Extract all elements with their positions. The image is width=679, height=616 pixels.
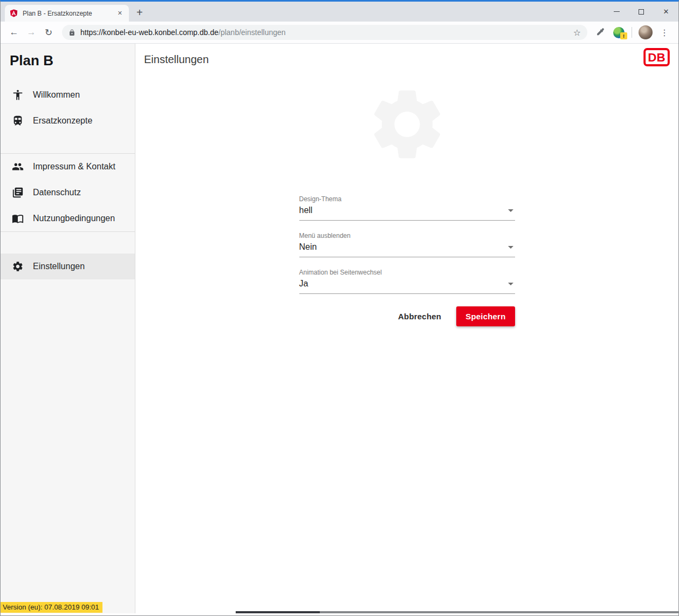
toolbar-divider xyxy=(632,27,632,38)
sidebar-item-label: Ersatzkonzepte xyxy=(33,116,92,126)
animation-seitenwechsel-select[interactable]: Ja xyxy=(299,279,515,294)
page-title: Einstellungen xyxy=(144,53,209,66)
tab-bar: Plan B - Ersatzkonzepte ✕ + ✕ xyxy=(1,2,678,22)
field-menue-ausblenden: Menü ausblenden Nein xyxy=(299,232,515,257)
minimize-button[interactable] xyxy=(604,2,629,22)
tab-title: Plan B - Ersatzkonzepte xyxy=(23,10,111,17)
settings-watermark-icon xyxy=(365,82,449,167)
main-content: Einstellungen DB Design-Thema hell Menü xyxy=(135,44,678,613)
menue-ausblenden-select[interactable]: Nein xyxy=(299,242,515,257)
sidebar-nav: Willkommen Ersatzkonzepte Impressum & Ko… xyxy=(1,82,135,279)
field-design-thema: Design-Thema hell xyxy=(299,195,515,221)
cancel-button[interactable]: Abbrechen xyxy=(398,312,441,321)
new-tab-button[interactable]: + xyxy=(136,7,143,18)
save-button[interactable]: Speichern xyxy=(456,306,515,326)
profile-avatar[interactable] xyxy=(639,25,653,39)
angular-favicon-icon xyxy=(9,9,18,18)
field-animation-seitenwechsel: Animation bei Seitenwechsel Ja xyxy=(299,269,515,294)
maximize-icon xyxy=(639,9,644,15)
extension-badge: ! xyxy=(620,32,627,39)
sidebar: Plan B Willkommen Ersatzkonzepte Impress… xyxy=(1,44,135,613)
chevron-down-icon xyxy=(508,246,513,249)
browser-tab[interactable]: Plan B - Ersatzkonzepte ✕ xyxy=(5,5,129,22)
sidebar-item-impressum[interactable]: Impressum & Kontakt xyxy=(1,154,135,180)
close-window-button[interactable]: ✕ xyxy=(654,2,678,22)
field-value: Nein xyxy=(299,242,317,252)
scrollbar-thumb[interactable] xyxy=(236,611,320,613)
sidebar-spacer xyxy=(1,232,135,254)
db-logo: DB xyxy=(643,48,670,66)
url-host: https://konbel-eu-web.konbel.comp.db.de xyxy=(80,28,218,37)
accessibility-icon xyxy=(12,89,24,101)
url-text: https://konbel-eu-web.konbel.comp.db.de/… xyxy=(80,28,286,37)
url-path: /planb/einstellungen xyxy=(218,28,286,37)
open-book-icon xyxy=(12,213,24,224)
sidebar-item-einstellungen[interactable]: Einstellungen xyxy=(1,254,135,279)
browser-toolbar: ← → ↻ https://konbel-eu-web.konbel.comp.… xyxy=(1,22,678,44)
sidebar-item-label: Nutzungbedingungen xyxy=(33,214,115,223)
library-books-icon xyxy=(12,187,24,199)
maximize-button[interactable] xyxy=(629,2,654,22)
eyedropper-extension-button[interactable] xyxy=(593,25,607,40)
design-thema-select[interactable]: hell xyxy=(299,206,515,221)
field-label: Animation bei Seitenwechsel xyxy=(299,269,515,276)
window-controls: ✕ xyxy=(604,2,678,22)
chevron-down-icon xyxy=(508,283,513,285)
sidebar-item-label: Datenschutz xyxy=(33,188,81,197)
sidebar-item-datenschutz[interactable]: Datenschutz xyxy=(1,180,135,206)
browser-menu-button[interactable]: ⋮ xyxy=(656,28,673,38)
horizontal-scrollbar[interactable] xyxy=(236,611,678,613)
field-label: Menü ausblenden xyxy=(299,232,515,239)
lock-icon xyxy=(68,29,76,36)
back-button[interactable]: ← xyxy=(6,24,22,40)
field-label: Design-Thema xyxy=(299,195,515,203)
settings-gear-icon xyxy=(12,261,24,272)
sidebar-item-ersatzkonzepte[interactable]: Ersatzkonzepte xyxy=(1,108,135,134)
settings-form: Design-Thema hell Menü ausblenden Nein A… xyxy=(299,195,515,326)
reload-button[interactable]: ↻ xyxy=(40,24,57,40)
group-icon xyxy=(12,161,24,173)
chevron-down-icon xyxy=(508,209,513,212)
eyedropper-icon xyxy=(595,28,605,37)
field-value: Ja xyxy=(299,279,308,289)
tab-close-icon[interactable]: ✕ xyxy=(115,9,125,18)
sidebar-spacer xyxy=(1,134,135,153)
minimize-icon xyxy=(614,11,620,12)
globe-extension-button[interactable]: ! xyxy=(612,25,626,40)
address-bar[interactable]: https://konbel-eu-web.konbel.comp.db.de/… xyxy=(62,25,587,40)
app-root: Plan B Willkommen Ersatzkonzepte Impress… xyxy=(1,44,678,613)
sidebar-item-label: Willkommen xyxy=(33,90,80,100)
version-badge: Version (eu): 07.08.2019 09:01 xyxy=(1,602,102,613)
train-icon xyxy=(12,115,24,127)
field-value: hell xyxy=(299,206,313,215)
app-title: Plan B xyxy=(1,44,135,69)
db-logo-text: DB xyxy=(648,51,665,64)
bookmark-star-icon[interactable]: ☆ xyxy=(573,28,581,38)
sidebar-item-willkommen[interactable]: Willkommen xyxy=(1,82,135,108)
form-actions: Abbrechen Speichern xyxy=(299,306,515,326)
forward-button[interactable]: → xyxy=(23,24,39,40)
sidebar-item-nutzungbedingungen[interactable]: Nutzungbedingungen xyxy=(1,206,135,231)
browser-window: Plan B - Ersatzkonzepte ✕ + ✕ ← → ↻ http… xyxy=(0,0,679,616)
sidebar-item-label: Impressum & Kontakt xyxy=(33,162,115,172)
sidebar-item-label: Einstellungen xyxy=(33,262,85,271)
